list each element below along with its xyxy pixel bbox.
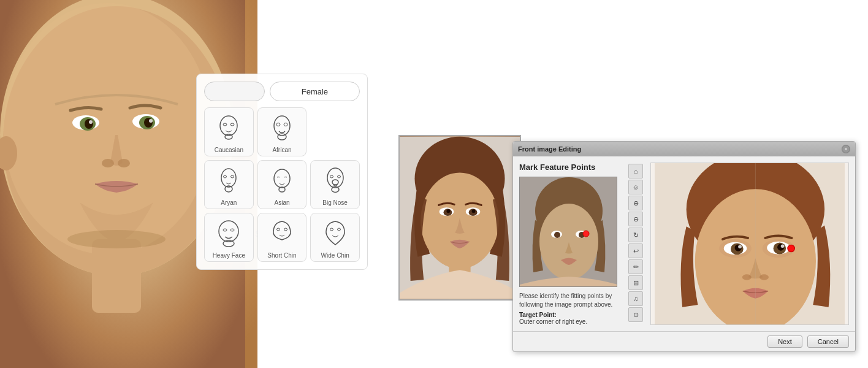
svg-point-23 xyxy=(284,123,287,126)
svg-rect-15 xyxy=(92,239,141,313)
short-chin-label: Short Chin xyxy=(267,252,296,259)
svg-point-5 xyxy=(85,119,93,129)
face-detect-tool-button[interactable]: ☺ xyxy=(628,180,643,194)
svg-point-12 xyxy=(118,159,130,167)
heavy-face-icon xyxy=(215,218,242,251)
dialog-toolbar: ⌂ ☺ ⊕ ⊖ ↻ ↩ ✏ ⊞ ♫ ⊙ xyxy=(628,163,645,325)
svg-point-38 xyxy=(230,229,234,231)
dialog-left-panel: Mark Feature Points xyxy=(519,163,623,325)
rotate-tool-button[interactable]: ↻ xyxy=(628,228,643,242)
svg-point-16 xyxy=(67,230,166,248)
svg-point-76 xyxy=(781,244,785,248)
face-type-african[interactable]: African xyxy=(257,107,307,156)
svg-point-79 xyxy=(788,245,794,251)
mark-feature-heading: Mark Feature Points xyxy=(519,163,623,172)
dialog-titlebar: Front image Editing × xyxy=(513,142,855,156)
wide-chin-icon xyxy=(322,218,349,251)
audio-tool-button[interactable]: ♫ xyxy=(628,291,643,306)
photo-preview-box xyxy=(398,135,521,301)
dialog-large-face-view[interactable] xyxy=(650,163,849,325)
svg-point-26 xyxy=(224,175,227,178)
svg-point-40 xyxy=(276,228,280,231)
svg-point-34 xyxy=(332,180,338,185)
face-type-heavy-face[interactable]: Heavy Face xyxy=(204,213,254,262)
face-type-asian[interactable]: Asian xyxy=(257,160,307,209)
dialog-title: Front image Editing xyxy=(518,145,581,153)
svg-point-37 xyxy=(223,229,227,231)
aryan-icon xyxy=(215,165,242,198)
zoom-out-tool-button[interactable]: ⊖ xyxy=(628,212,643,226)
svg-point-6 xyxy=(89,120,93,124)
close-icon: × xyxy=(844,146,847,152)
caucasian-label: Caucasian xyxy=(215,147,243,153)
big-nose-icon xyxy=(322,165,349,198)
svg-point-33 xyxy=(337,175,340,178)
svg-point-56 xyxy=(539,204,598,280)
svg-point-49 xyxy=(446,209,450,213)
svg-point-58 xyxy=(554,232,560,238)
svg-point-19 xyxy=(230,123,234,126)
photo-face-svg xyxy=(400,135,520,301)
face-type-aryan[interactable]: Aryan xyxy=(204,160,254,209)
svg-point-24 xyxy=(278,134,286,140)
svg-point-43 xyxy=(337,228,340,231)
face-type-grid: Caucasian African xyxy=(204,107,360,262)
blank-option-button[interactable] xyxy=(204,82,265,101)
large-face-svg xyxy=(651,163,848,324)
zoom-in-tool-button[interactable]: ⊕ xyxy=(628,196,643,210)
svg-point-78 xyxy=(760,274,769,280)
svg-point-61 xyxy=(583,231,589,237)
target-label-text: Target Point: xyxy=(519,312,557,318)
dialog-target-label: Target Point: xyxy=(519,312,623,318)
face-type-wide-chin[interactable]: Wide Chin xyxy=(310,213,360,262)
next-button[interactable]: Next xyxy=(767,335,802,348)
face-type-big-nose[interactable]: Big Nose xyxy=(310,160,360,209)
home-tool-button[interactable]: ⌂ xyxy=(628,164,643,178)
dialog-footer: Next Cancel xyxy=(513,331,855,351)
svg-point-17 xyxy=(220,116,237,136)
svg-point-27 xyxy=(231,175,234,178)
dialog-target-value: Outer corner of right eye. xyxy=(519,318,623,325)
short-chin-icon xyxy=(268,218,295,251)
undo-tool-button[interactable]: ↩ xyxy=(628,243,643,258)
face-type-caucasian[interactable]: Caucasian xyxy=(204,107,254,156)
dialog-description: Please identify the fitting points by fo… xyxy=(519,292,623,309)
small-face-svg xyxy=(520,177,617,287)
heavy-face-label: Heavy Face xyxy=(213,252,245,259)
dialog-small-face-preview[interactable] xyxy=(519,177,617,287)
asian-icon xyxy=(268,165,295,198)
front-image-dialog: Front image Editing × Mark Feature Point… xyxy=(512,141,856,352)
brush-tool-button[interactable]: ✏ xyxy=(628,259,643,274)
svg-point-22 xyxy=(276,123,280,126)
grid-tool-button[interactable]: ⊞ xyxy=(628,275,643,290)
aryan-label: Aryan xyxy=(221,199,237,206)
face-panel-header: Female xyxy=(204,82,360,101)
photo-preview-content xyxy=(400,136,520,299)
dialog-body: Mark Feature Points xyxy=(513,156,855,331)
settings-tool-button[interactable]: ⊙ xyxy=(628,307,643,322)
cancel-button[interactable]: Cancel xyxy=(807,335,849,348)
african-icon xyxy=(268,112,295,145)
female-label: Female xyxy=(302,87,328,96)
svg-point-11 xyxy=(102,159,114,167)
svg-point-41 xyxy=(284,228,287,231)
svg-point-52 xyxy=(472,209,476,213)
svg-rect-66 xyxy=(740,319,772,324)
svg-point-72 xyxy=(738,245,742,248)
svg-point-18 xyxy=(223,123,227,126)
big-nose-label: Big Nose xyxy=(322,199,348,206)
african-label: African xyxy=(272,147,291,153)
svg-point-77 xyxy=(742,274,752,280)
svg-point-32 xyxy=(330,175,333,178)
svg-point-10 xyxy=(149,119,153,123)
svg-point-42 xyxy=(330,228,333,231)
svg-point-20 xyxy=(225,134,232,139)
face-type-panel: Female Caucasian xyxy=(196,74,368,270)
caucasian-icon xyxy=(215,112,242,145)
asian-label: Asian xyxy=(274,199,289,206)
female-option-button[interactable]: Female xyxy=(270,82,360,101)
face-type-short-chin[interactable]: Short Chin xyxy=(257,213,307,262)
wide-chin-label: Wide Chin xyxy=(321,252,349,259)
dialog-close-button[interactable]: × xyxy=(842,145,850,153)
